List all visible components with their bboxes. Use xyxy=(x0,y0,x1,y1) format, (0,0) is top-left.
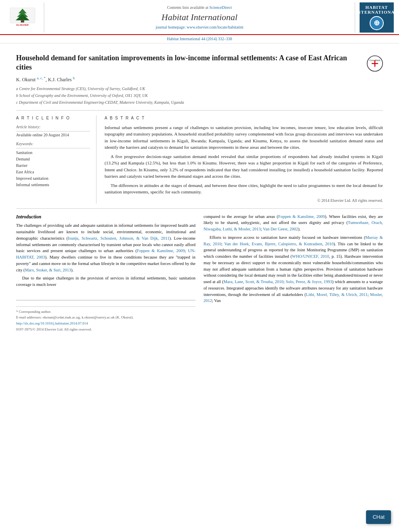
keyword-sanitation: Sanitation xyxy=(16,150,90,156)
page-footer: * Corresponding author. E-mail addresses… xyxy=(16,306,195,332)
sciencedirect-label: Contents lists available at ScienceDirec… xyxy=(167,5,232,10)
journal-homepage-link[interactable]: journal homepage: www.elsevier.com/locat… xyxy=(156,25,243,29)
ref-lithi[interactable]: Lithi, Morel, Tilley, & Ulrich, 2011 xyxy=(306,292,368,297)
body-right-col: compared to the average for urban areas … xyxy=(204,214,383,333)
chat-button[interactable]: CHat xyxy=(366,510,391,524)
doi-link[interactable]: http://dx.doi.org/10.1016/j.habitatint.2… xyxy=(16,321,88,325)
journal-name: Habitat International xyxy=(162,11,238,24)
affiliations: a Centre for Environmental Strategy (CES… xyxy=(16,86,361,105)
habitat-logo-container: HABITATINTERNATIONAL ⊕ xyxy=(355,2,395,33)
introduction-text: The challenges of providing safe and ade… xyxy=(16,222,195,288)
keyword-demand: Demand xyxy=(16,156,90,162)
main-content: Household demand for sanitation improvem… xyxy=(0,43,399,337)
ref-van-der-geest[interactable]: Van Der Geest, 2002 xyxy=(263,227,298,231)
keyword-informal-settlements: Informal settlements xyxy=(16,182,90,188)
article-authors: K. Okurut a, c, *, K.J. Charles b xyxy=(16,76,361,83)
ref-foppen2[interactable]: Foppen & Kanslime, 2009 xyxy=(278,214,325,219)
article-history-label: Article history: xyxy=(16,124,90,131)
ref-mara[interactable]: Mara, Lane, Scott, & Trouba, 2010 xyxy=(224,279,284,284)
article-info-heading: A R T I C L E I N F O xyxy=(16,115,90,121)
article-info-col: A R T I C L E I N F O Article history: A… xyxy=(16,115,97,203)
ref-marx[interactable]: Marx, Stoker, & Suri, 2013 xyxy=(25,268,71,272)
elsevier-logo-svg: ELSEVIER xyxy=(6,6,39,29)
affiliation-b: b School of Geography and the Environmen… xyxy=(16,92,361,99)
abstract-text: Informal urban settlements present a ran… xyxy=(105,124,383,195)
issn-note: 0197-3975/© 2014 Elsevier Ltd. All right… xyxy=(16,327,195,332)
email-label: E-mail addresses: xyxy=(16,315,42,319)
abstract-para-3: The differences in attitudes at the stag… xyxy=(105,182,383,195)
keywords-list: Sanitation Demand Barrier East Africa Im… xyxy=(16,150,90,188)
habitat-logo-text: HABITATINTERNATIONAL xyxy=(355,5,398,14)
abstract-heading: A B S T R A C T xyxy=(105,115,383,121)
footer-divider xyxy=(16,300,195,300)
intro-para-2: Due to the unique challenges in the prov… xyxy=(16,275,195,288)
elsevier-logo-container: ELSEVIER xyxy=(4,2,44,33)
sciencedirect-link[interactable]: ScienceDirect xyxy=(209,5,232,10)
body-left-col: Introduction The challenges of providing… xyxy=(16,214,195,333)
keyword-east-africa: East Africa xyxy=(16,169,90,175)
crossmark-logo: CrossMark xyxy=(367,55,383,72)
journal-homepage: journal homepage: www.elsevier.com/locat… xyxy=(156,25,243,30)
keyword-improved-sanitation: Improved sanitation xyxy=(16,175,90,182)
abstract-para-2: A five progressive decision-stage sanita… xyxy=(105,153,383,180)
issue-info: Habitat International 44 (2014) 332–338 xyxy=(0,35,399,43)
email-addresses: okenan@cedat.mak.ac.ug, k.okurut@surrey.… xyxy=(43,315,134,319)
copyright-line: © 2014 Elsevier Ltd. All rights reserved… xyxy=(105,198,383,203)
abstract-col: A B S T R A C T Informal urban settlemen… xyxy=(105,115,383,203)
ref-who[interactable]: WHO/UNICEF, 2010 xyxy=(292,254,329,259)
abstract-para-1: Informal urban settlements present a ran… xyxy=(105,124,383,151)
ref-van-der-hoek[interactable]: Van der Hoek, Evans, Bjerre, Calopietro,… xyxy=(224,242,333,246)
keyword-barrier: Barrier xyxy=(16,162,90,169)
right-col-text: compared to the average for urban areas … xyxy=(204,214,383,304)
journal-center: Contents lists available at ScienceDirec… xyxy=(44,2,355,33)
article-title: Household demand for sanitation improvem… xyxy=(16,53,361,72)
ref-foppen[interactable]: Foppen & Kanslime, 2009 xyxy=(137,249,185,253)
article-info-abstract-section: A R T I C L E I N F O Article history: A… xyxy=(16,111,383,209)
svg-text:ELSEVIER: ELSEVIER xyxy=(16,23,29,26)
ref-solo[interactable]: Solo, Perez, & Joyce, 1993 xyxy=(286,279,332,284)
intro-para-1: The challenges of providing safe and ade… xyxy=(16,222,195,273)
svg-rect-4 xyxy=(21,20,24,23)
habitat-globe-icon: ⊕ xyxy=(370,16,384,30)
affiliation-c: c Department of Civil and Environmental … xyxy=(16,99,361,105)
footer-section: * Corresponding author. E-mail addresses… xyxy=(16,300,195,332)
introduction-title: Introduction xyxy=(16,214,195,220)
ref-isunju[interactable]: Isunju, Schwartz, Schouten, Johnson, & V… xyxy=(68,236,169,240)
email-note: E-mail addresses: okenan@cedat.mak.ac.ug… xyxy=(16,315,195,320)
keywords-label: Keywords: xyxy=(16,141,90,148)
journal-header: ELSEVIER Contents lists available at Sci… xyxy=(0,0,399,35)
article-available-online: Available online 20 August 2014 xyxy=(16,132,90,138)
article-title-block: Household demand for sanitation improvem… xyxy=(16,53,361,106)
right-para-1: compared to the average for urban areas … xyxy=(204,214,383,232)
article-header: Household demand for sanitation improvem… xyxy=(16,47,383,111)
body-content: Introduction The challenges of providing… xyxy=(16,209,383,333)
doi-note: http://dx.doi.org/10.1016/j.habitatint.2… xyxy=(16,321,195,326)
right-para-2: Efforts to improve access to sanitation … xyxy=(204,234,383,304)
two-col-body: Introduction The challenges of providing… xyxy=(16,214,383,333)
affiliation-a: a Centre for Environmental Strategy (CES… xyxy=(16,86,361,92)
corresponding-author-note: * Corresponding author. xyxy=(16,309,195,314)
habitat-logo: HABITATINTERNATIONAL ⊕ xyxy=(360,2,394,33)
